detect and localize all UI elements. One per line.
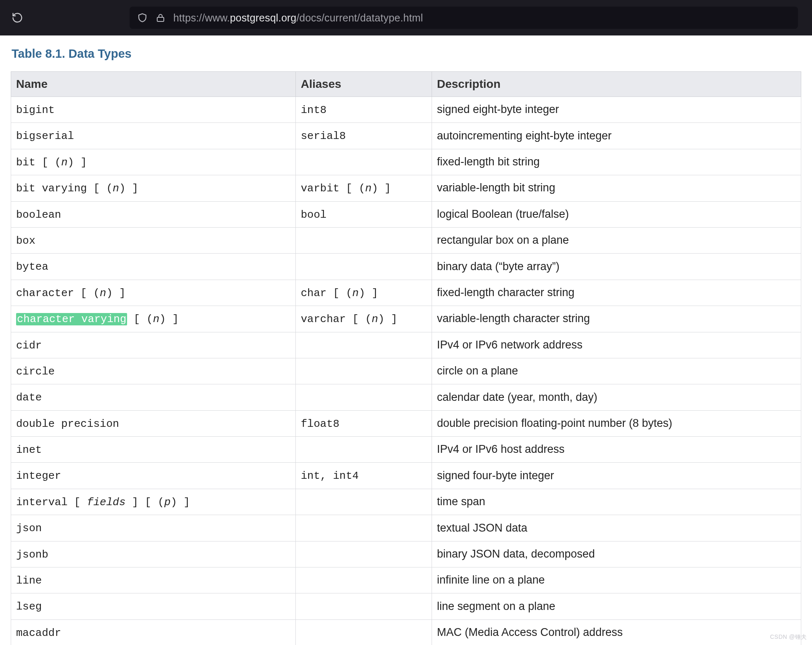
code-text: varbit [ ( [301,182,365,195]
table-row: lsegline segment on a plane [11,593,801,619]
type-name: integer [16,470,61,482]
cell-alias: varbit [ (n) ] [296,175,432,201]
type-name: bit varying [ (n) ] [16,182,138,195]
code-text: bigint [16,104,55,116]
cell-name: date [11,384,296,410]
cell-description: signed eight-byte integer [432,97,801,123]
type-name: character [ (n) ] [16,287,125,299]
type-name: jsonb [16,548,48,561]
table-row: boxrectangular box on a plane [11,227,801,253]
th-name: Name [11,72,296,97]
table-row: bit varying [ (n) ]varbit [ (n) ]variabl… [11,175,801,201]
code-text: int, int4 [301,470,359,482]
cell-alias: char [ (n) ] [296,280,432,306]
italic-param: n [153,313,160,325]
table-row: bigintint8signed eight-byte integer [11,97,801,123]
type-name: bit [ (n) ] [16,156,87,169]
table-row: interval [ fields ] [ (p) ]time span [11,489,801,515]
cell-description: double precision floating-point number (… [432,410,801,436]
code-text: lseg [16,600,42,613]
cell-name: bigserial [11,123,296,149]
code-text: inet [16,444,42,456]
code-text: character [ ( [16,287,100,299]
cell-alias [296,332,432,358]
code-text: varchar [ ( [301,313,372,325]
cell-alias [296,358,432,384]
cell-name: interval [ fields ] [ (p) ] [11,489,296,515]
url-text: https://www.postgresql.org/docs/current/… [173,12,423,24]
type-alias: varchar [ (n) ] [301,313,397,325]
table-row: character varying [ (n) ]varchar [ (n) ]… [11,306,801,332]
code-text: ) ] [106,287,125,299]
cell-description: calendar date (year, month, day) [432,384,801,410]
cell-description: fixed-length character string [432,280,801,306]
type-name: line [16,574,42,587]
cell-name: bit [ (n) ] [11,149,296,175]
cell-alias [296,567,432,593]
cell-description: textual JSON data [432,515,801,541]
type-alias: serial8 [301,130,346,142]
cell-alias [296,619,432,645]
cell-name: lseg [11,593,296,619]
reload-button[interactable] [10,10,25,25]
cell-description: fixed-length bit string [432,149,801,175]
type-name: json [16,522,42,534]
type-name: bytea [16,261,48,273]
code-text: ) ] [378,313,397,325]
table-row: circlecircle on a plane [11,358,801,384]
type-name: macaddr [16,627,61,639]
cell-alias: varchar [ (n) ] [296,306,432,332]
table-row: double precisionfloat8double precision f… [11,410,801,436]
cell-alias [296,149,432,175]
cell-alias: float8 [296,410,432,436]
cell-alias [296,437,432,463]
url-bar[interactable]: https://www.postgresql.org/docs/current/… [130,7,798,29]
italic-param: p [164,496,171,508]
cell-alias [296,541,432,567]
table-row: jsontextual JSON data [11,515,801,541]
type-alias: int, int4 [301,470,359,482]
code-text: bit [ ( [16,156,61,169]
type-alias: varbit [ (n) ] [301,182,391,195]
type-name: lseg [16,600,42,613]
type-name: boolean [16,209,61,221]
italic-param: n [61,156,68,169]
italic-param: n [100,287,106,299]
table-header-row: Name Aliases Description [11,72,801,97]
type-name: bigserial [16,130,74,142]
code-text: macaddr [16,627,61,639]
cell-name: character [ (n) ] [11,280,296,306]
cell-name: bit varying [ (n) ] [11,175,296,201]
code-text: ) ] [372,182,391,195]
cell-name: bytea [11,254,296,280]
cell-name: double precision [11,410,296,436]
table-row: byteabinary data (“byte array”) [11,254,801,280]
cell-description: time span [432,489,801,515]
cell-name: bigint [11,97,296,123]
table-row: integerint, int4signed four-byte integer [11,463,801,489]
cell-description: rectangular box on a plane [432,227,801,253]
type-name: bigint [16,104,55,116]
code-text: box [16,235,35,247]
type-alias: int8 [301,104,326,116]
code-text: bit varying [ ( [16,182,113,195]
cell-name: boolean [11,201,296,227]
code-text: ) ] [171,496,190,508]
th-aliases: Aliases [296,72,432,97]
cell-name: line [11,567,296,593]
code-text: double precision [16,418,119,430]
cell-description: IPv4 or IPv6 host address [432,437,801,463]
cell-description: circle on a plane [432,358,801,384]
code-text: cidr [16,339,42,352]
highlighted-text: character varying [16,313,127,325]
cell-name: character varying [ (n) ] [11,306,296,332]
code-text: date [16,391,42,404]
code-text: boolean [16,209,61,221]
code-text: ) ] [159,313,179,325]
url-domain: postgresql.org [230,12,296,24]
cell-alias [296,489,432,515]
table-row: lineinfinite line on a plane [11,567,801,593]
table-row: inetIPv4 or IPv6 host address [11,437,801,463]
cell-alias: serial8 [296,123,432,149]
italic-param: n [372,313,378,325]
